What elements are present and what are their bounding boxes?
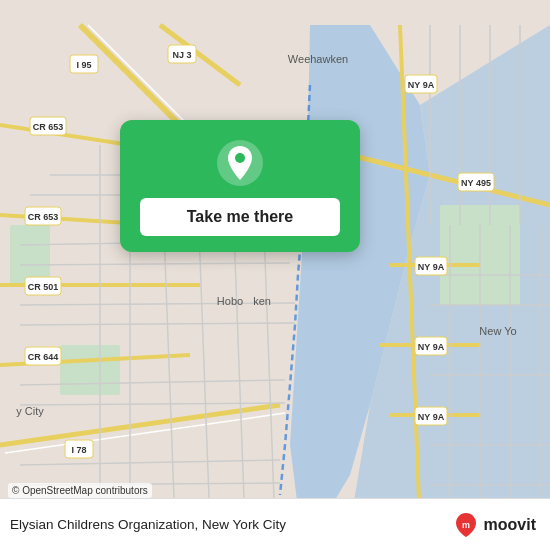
- svg-text:NY 495: NY 495: [461, 178, 491, 188]
- svg-text:CR 653: CR 653: [28, 212, 59, 222]
- svg-point-79: [235, 153, 245, 163]
- svg-text:Hobo: Hobo: [217, 295, 243, 307]
- svg-text:CR 644: CR 644: [28, 352, 59, 362]
- svg-text:I 78: I 78: [71, 445, 86, 455]
- svg-rect-4: [10, 225, 50, 285]
- location-label: Elysian Childrens Organization, New York…: [10, 517, 452, 532]
- map-container: I 95 NJ 3 CR 653 CR 653 CR 501 CR 644 I …: [0, 0, 550, 550]
- svg-text:NJ 3: NJ 3: [172, 50, 191, 60]
- svg-text:m: m: [462, 520, 470, 530]
- svg-text:NY 9A: NY 9A: [418, 412, 445, 422]
- location-card: Take me there: [120, 120, 360, 252]
- moovit-logo: m moovit: [452, 511, 536, 539]
- location-pin-icon: [215, 138, 265, 188]
- svg-text:NY 9A: NY 9A: [408, 80, 435, 90]
- svg-text:CR 653: CR 653: [33, 122, 64, 132]
- moovit-brand-icon: m: [452, 511, 480, 539]
- svg-text:y City: y City: [16, 405, 44, 417]
- svg-text:NY 9A: NY 9A: [418, 342, 445, 352]
- map-background: I 95 NJ 3 CR 653 CR 653 CR 501 CR 644 I …: [0, 0, 550, 550]
- osm-attribution: © OpenStreetMap contributors: [8, 483, 152, 498]
- svg-text:ken: ken: [253, 295, 271, 307]
- svg-text:Weehawken: Weehawken: [288, 53, 348, 65]
- bottom-bar: Elysian Childrens Organization, New York…: [0, 498, 550, 550]
- svg-text:I 95: I 95: [76, 60, 91, 70]
- moovit-brand-text: moovit: [484, 516, 536, 534]
- osm-text: © OpenStreetMap contributors: [12, 485, 148, 496]
- take-me-there-button[interactable]: Take me there: [140, 198, 340, 236]
- svg-text:NY 9A: NY 9A: [418, 262, 445, 272]
- svg-text:CR 501: CR 501: [28, 282, 59, 292]
- svg-text:New Yo: New Yo: [479, 325, 516, 337]
- svg-rect-3: [60, 345, 120, 395]
